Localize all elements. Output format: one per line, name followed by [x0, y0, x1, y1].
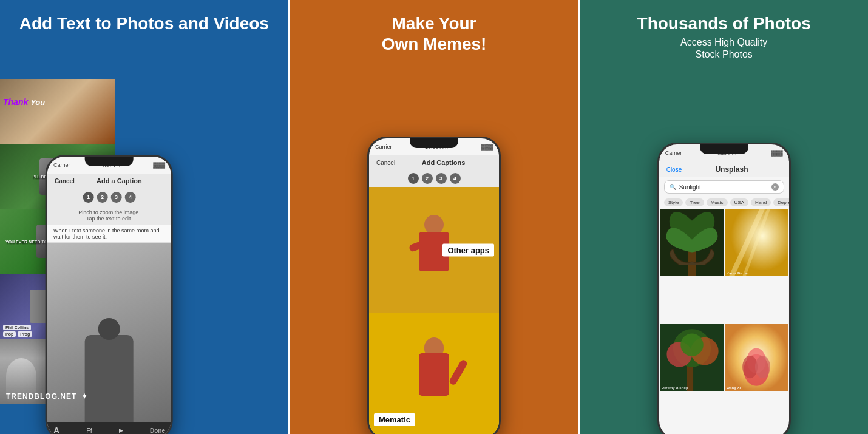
step-2-3[interactable]: 3	[436, 173, 447, 184]
signal-2: ▓▓▓	[481, 144, 493, 150]
photo-3[interactable]: Jeremy Bishop	[660, 324, 724, 391]
thank-text: Thank You	[3, 97, 45, 107]
cancel-btn-1[interactable]: Cancel	[55, 178, 75, 185]
photo-grid: Karin Pitcher J	[659, 208, 789, 434]
panel-3-subtitle: Access High QualityStock Photos	[637, 36, 811, 62]
search-value[interactable]: Sunlight	[679, 184, 701, 191]
meme-area: Other apps Mematic	[369, 187, 499, 434]
carrier-2: Carrier	[375, 144, 392, 150]
status-bar-2: Carrier 10:06 AM ▓▓▓	[369, 138, 499, 155]
tag-depress[interactable]: Depress	[773, 198, 789, 206]
search-icon: 🔍	[670, 184, 676, 190]
phone-3: Carrier 4:10 PM ▓▓▓ Close Unsplash 🔍 Sun…	[657, 143, 791, 434]
svg-point-16	[755, 355, 770, 378]
tag-style[interactable]: Style	[664, 198, 683, 206]
tag-music[interactable]: Music	[707, 198, 728, 206]
font-ff[interactable]: Ff	[86, 427, 92, 434]
done-btn[interactable]: Done	[150, 427, 165, 434]
nav-title-1: Add a Caption	[97, 177, 142, 185]
phone-2-wrapper: Carrier 10:06 AM ▓▓▓ Cancel Add Captions…	[367, 137, 501, 434]
font-a[interactable]: A	[53, 426, 59, 434]
p1-nav: Cancel Add a Caption	[47, 174, 171, 188]
caption-text[interactable]: When I text someone in the same room and…	[47, 225, 171, 243]
screen-2: Cancel Add Captions 1 2 3 4	[369, 155, 499, 434]
panel-3-title: Thousands of Photos	[637, 13, 811, 34]
step-3[interactable]: 3	[110, 192, 121, 203]
meme-mematic-label: Mematic	[374, 413, 415, 426]
panel-1-title: Add Text to Photos and Videos	[19, 13, 269, 34]
meme-bottom: Mematic	[369, 313, 499, 434]
nav-title-3: Unsplash	[715, 165, 748, 174]
photo-label-3: Jeremy Bishop	[662, 386, 688, 390]
time-1: 4:07 PM	[101, 162, 122, 168]
time-3: 4:10 PM	[716, 150, 737, 156]
step-2-2[interactable]: 2	[422, 173, 433, 184]
time-2: 10:06 AM	[425, 144, 448, 150]
tag-hand[interactable]: Hand	[751, 198, 771, 206]
steps-1: 1 2 3 4	[47, 188, 171, 206]
svg-point-11	[680, 333, 703, 356]
arrow-icon[interactable]: ▶	[119, 427, 123, 433]
cancel-btn-2[interactable]: Cancel	[376, 160, 395, 166]
panel-2-title: Make YourOwn Memes!	[382, 13, 487, 54]
panel-photos: Thousands of Photos Access High QualityS…	[580, 0, 868, 434]
bottom-toolbar: A Ff ▶ Done	[47, 422, 171, 434]
close-btn-3[interactable]: Close	[666, 166, 682, 173]
carrier-1: Carrier	[53, 162, 70, 168]
panel-2-heading: Make YourOwn Memes!	[364, 0, 505, 63]
screen-3: Close Unsplash 🔍 Sunlight ✕ Style Tree M…	[659, 161, 789, 434]
p2-nav: Cancel Add Captions	[369, 155, 499, 170]
signal-1: ▓▓▓	[153, 162, 165, 168]
p3-nav: Close Unsplash	[659, 161, 789, 177]
step-4[interactable]: 4	[124, 192, 135, 203]
panel-3-heading: Thousands of Photos Access High QualityS…	[619, 0, 829, 67]
photo-4[interactable]: Wang Xi	[725, 324, 788, 391]
step-1[interactable]: 1	[83, 192, 93, 203]
hint-line1: Pinch to zoom the image.	[52, 209, 166, 215]
panel-1-heading: Add Text to Photos and Videos	[1, 0, 287, 42]
nav-title-2: Add Captions	[422, 159, 466, 166]
search-bar[interactable]: 🔍 Sunlight ✕	[664, 180, 784, 194]
phone-3-wrapper: Carrier 4:10 PM ▓▓▓ Close Unsplash 🔍 Sun…	[657, 143, 791, 434]
step-2-4[interactable]: 4	[450, 173, 461, 184]
meme-top: Other apps	[369, 187, 499, 313]
signal-3: ▓▓▓	[771, 150, 783, 156]
strip-item-1: Thank You	[0, 79, 115, 144]
panel-memes: Make YourOwn Memes! Carrier 10:06 AM ▓▓▓…	[288, 0, 580, 434]
woman-silhouette	[85, 335, 134, 434]
phone-2: Carrier 10:06 AM ▓▓▓ Cancel Add Captions…	[367, 137, 501, 434]
steps-2: 1 2 3 4	[369, 170, 499, 187]
carrier-3: Carrier	[665, 150, 682, 156]
meme-other-apps-label: Other apps	[442, 243, 494, 256]
status-bar-3: Carrier 4:10 PM ▓▓▓	[659, 144, 789, 161]
trendblog-watermark: TRENDBLOG.NET ✦	[6, 392, 88, 401]
hint-line2: Tap the text to edit.	[52, 215, 166, 222]
tag-tree[interactable]: Tree	[685, 198, 704, 206]
photo-1[interactable]	[660, 209, 724, 276]
status-bar-1: Carrier 4:07 PM ▓▓▓	[47, 157, 171, 174]
photo-label-4: Wang Xi	[727, 386, 741, 390]
tag-usa[interactable]: USA	[730, 198, 748, 206]
photo-2[interactable]: Karin Pitcher	[725, 209, 788, 276]
clear-search-icon[interactable]: ✕	[771, 183, 779, 191]
hint-area: Pinch to zoom the image. Tap the text to…	[47, 206, 171, 225]
step-2-1[interactable]: 1	[408, 173, 419, 184]
photo-label-2: Karin Pitcher	[727, 271, 749, 275]
panel-add-text: Add Text to Photos and Videos Thank You …	[0, 0, 288, 434]
tag-list: Style Tree Music USA Hand Depress	[659, 197, 789, 208]
step-2[interactable]: 2	[97, 192, 107, 203]
main-photo	[47, 243, 171, 434]
